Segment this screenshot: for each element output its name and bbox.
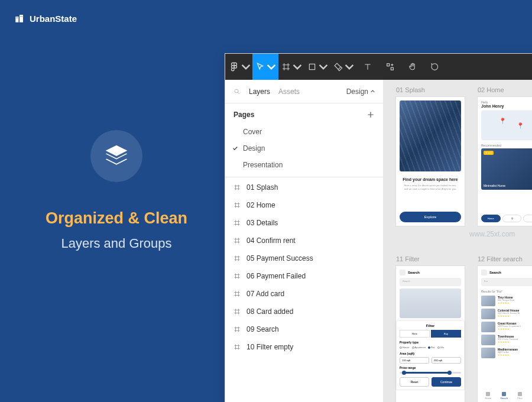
frame-label: 04 Confirm rent bbox=[246, 236, 296, 245]
nav-chat: Chat bbox=[513, 392, 527, 400]
frame-label: 01 Splash bbox=[246, 183, 278, 192]
splash-hero-image bbox=[400, 100, 461, 171]
page-dropdown[interactable]: Design bbox=[346, 87, 375, 96]
pen-icon bbox=[333, 62, 343, 72]
nav-profile: Profile bbox=[528, 392, 532, 400]
frame-icon bbox=[233, 202, 241, 209]
artboard-label: 12 Filter search bbox=[478, 255, 523, 262]
artboard-label: 11 Filter bbox=[396, 255, 420, 262]
frame-item[interactable]: 03 Details bbox=[225, 214, 383, 232]
frame-item[interactable]: 04 Confirm rent bbox=[225, 232, 383, 249]
frame-tool[interactable] bbox=[278, 54, 304, 80]
pen-tool[interactable] bbox=[330, 54, 356, 80]
figma-logo-icon bbox=[229, 61, 239, 72]
result-thumb bbox=[481, 296, 495, 306]
figma-toolbar bbox=[225, 54, 532, 80]
home-reco-card: ★ 4.5 Minimalist Home bbox=[481, 148, 532, 190]
property-type-radios: House Apartment Flat Vila bbox=[400, 346, 461, 349]
rating-badge: ★ 4.5 bbox=[484, 151, 494, 155]
frame-label: 09 Search bbox=[246, 325, 279, 333]
frame-item[interactable]: 05 Payment Success bbox=[225, 249, 383, 267]
resources-tool[interactable] bbox=[379, 54, 401, 80]
result-stars: ★★★★★ bbox=[498, 315, 532, 317]
filter-sheet: Filter Rent Buy Properly type House Apar… bbox=[396, 320, 465, 390]
filter-search-field: Search bbox=[400, 278, 461, 286]
text-tool[interactable] bbox=[356, 54, 379, 80]
home-map bbox=[481, 111, 532, 140]
tab-assets[interactable]: Assets bbox=[278, 87, 300, 96]
resources-icon bbox=[385, 62, 395, 72]
chevron-down-icon bbox=[241, 62, 251, 72]
frame-item[interactable]: 09 Search bbox=[225, 320, 383, 338]
frame-label: 07 Add card bbox=[246, 290, 284, 298]
tab-layers[interactable]: Layers bbox=[249, 87, 270, 96]
search-field: For bbox=[481, 278, 532, 286]
home-section-label: Recommended bbox=[481, 144, 532, 147]
figma-menu-button[interactable] bbox=[226, 54, 252, 80]
page-item-presentation[interactable]: Presentation bbox=[225, 157, 383, 173]
nav-home: Home bbox=[481, 392, 495, 400]
artboard-11-filter[interactable]: 11 Filter Search Search Filter Rent Buy bbox=[395, 265, 465, 402]
artboard-12-filter-search[interactable]: 12 Filter search Search For Results for … bbox=[477, 265, 532, 402]
svg-rect-9 bbox=[391, 67, 393, 70]
svg-point-10 bbox=[235, 89, 238, 93]
frame-label: 06 Payment Failed bbox=[246, 272, 306, 280]
search-icon[interactable] bbox=[233, 88, 241, 95]
home-tab: ⚲ bbox=[502, 215, 522, 222]
promo-subtitle: Layers and Groups bbox=[31, 236, 202, 251]
text-icon bbox=[363, 62, 372, 72]
result-stars: ★★★★★ bbox=[498, 302, 532, 304]
svg-rect-7 bbox=[309, 64, 314, 69]
explore-button: Explore bbox=[400, 212, 461, 222]
svg-rect-1 bbox=[20, 15, 23, 22]
page-item-cover[interactable]: Cover bbox=[225, 124, 383, 140]
sheet-title: Filter bbox=[400, 324, 461, 328]
artboard-02-home[interactable]: 02 Home Hello John Henry Recommended ★ 4… bbox=[477, 96, 532, 226]
shape-tool[interactable] bbox=[304, 54, 330, 80]
result-item: Mediterranean3980 21st Ave★★★★★ bbox=[481, 348, 532, 358]
result-thumb bbox=[481, 309, 495, 319]
home-username: John Henry bbox=[481, 104, 532, 108]
frames-list: 01 Splash02 Home03 Details04 Confirm ren… bbox=[225, 179, 383, 356]
frame-icon bbox=[233, 184, 241, 191]
tab-rent: Rent bbox=[400, 330, 430, 338]
card-title: Minimalist Home bbox=[484, 184, 505, 187]
page-dropdown-label: Design bbox=[346, 87, 368, 96]
result-item: Tiny Home8411 Tarragon Street★★★★★ bbox=[481, 296, 532, 306]
divider bbox=[225, 177, 383, 177]
check-icon bbox=[232, 145, 238, 151]
figma-canvas[interactable]: 01 Splash Find your dream space here Her… bbox=[384, 80, 532, 402]
artboard-01-splash[interactable]: 01 Splash Find your dream space here Her… bbox=[395, 96, 465, 226]
frame-item[interactable]: 06 Payment Failed bbox=[225, 267, 383, 285]
frame-item[interactable]: 08 Card added bbox=[225, 303, 383, 320]
page-label: Cover bbox=[243, 128, 262, 136]
add-page-icon[interactable] bbox=[366, 111, 375, 119]
home-bottom-nav: Home ⚲ ♡ bbox=[481, 215, 532, 222]
watermark: www.25xt.com bbox=[469, 230, 515, 238]
frame-item[interactable]: 02 Home bbox=[225, 196, 383, 214]
page-item-design[interactable]: Design bbox=[225, 140, 383, 157]
pages-label: Pages bbox=[233, 111, 366, 119]
frame-label: 05 Payment Success bbox=[246, 254, 313, 262]
svg-rect-8 bbox=[387, 64, 390, 66]
frame-item[interactable]: 10 Filter empty bbox=[225, 338, 383, 356]
chevron-down-icon bbox=[293, 62, 302, 72]
filter-background-blur bbox=[400, 288, 461, 318]
result-item: Great Koraan4093 Passaic St, apartment 1… bbox=[481, 322, 532, 332]
chevron-up-icon bbox=[371, 89, 375, 93]
move-tool[interactable] bbox=[252, 54, 278, 80]
back-icon bbox=[481, 270, 487, 275]
nav-search: Search bbox=[497, 392, 511, 400]
figma-window: Layers Assets Design Pages Cover Design … bbox=[225, 53, 532, 402]
frame-item[interactable]: 07 Add card bbox=[225, 285, 383, 303]
frame-icon bbox=[233, 290, 241, 297]
area-to: 200 sqft bbox=[432, 357, 461, 364]
frame-label: 10 Filter empty bbox=[246, 343, 293, 351]
comment-tool[interactable] bbox=[424, 54, 446, 80]
hand-tool[interactable] bbox=[401, 54, 424, 80]
price-slider bbox=[400, 372, 461, 374]
frame-item[interactable]: 01 Splash bbox=[225, 179, 383, 196]
result-stars: ★★★★★ bbox=[498, 354, 532, 356]
frame-icon bbox=[233, 326, 241, 333]
frame-icon bbox=[233, 343, 241, 351]
